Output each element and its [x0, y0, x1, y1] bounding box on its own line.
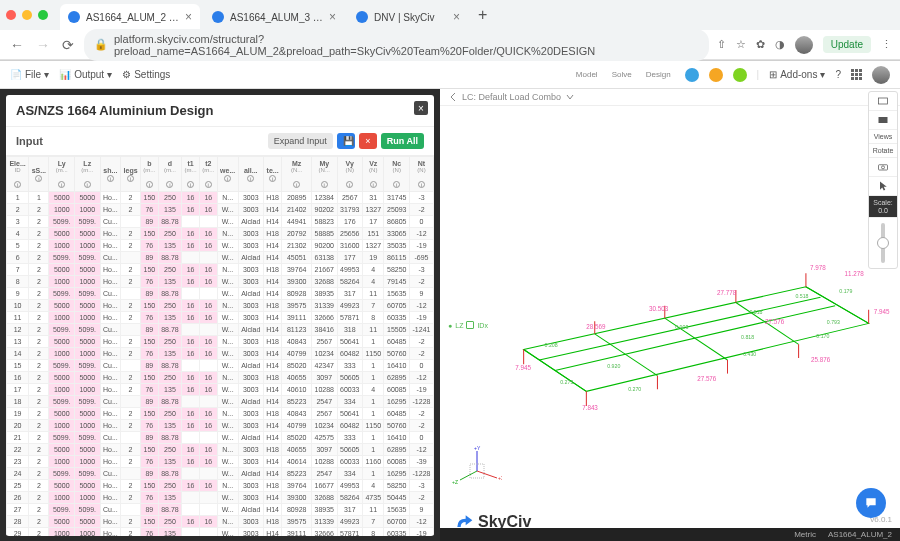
- table-cell[interactable]: 334: [337, 468, 363, 480]
- table-cell[interactable]: Alclad: [238, 324, 263, 336]
- table-cell[interactable]: 2: [121, 492, 141, 504]
- table-cell[interactable]: 88.78: [158, 504, 182, 516]
- table-cell[interactable]: -19: [409, 528, 433, 537]
- table-cell[interactable]: H14: [263, 420, 282, 432]
- table-cell[interactable]: Ho...: [100, 372, 121, 384]
- table-cell[interactable]: Ho...: [100, 228, 121, 240]
- table-cell[interactable]: -695: [409, 252, 433, 264]
- table-cell[interactable]: 1: [363, 432, 384, 444]
- table-cell[interactable]: 88.78: [158, 288, 182, 300]
- new-tab-button[interactable]: +: [472, 6, 493, 24]
- table-cell[interactable]: H14: [263, 492, 282, 504]
- table-cell[interactable]: 1: [363, 360, 384, 372]
- table-cell[interactable]: 1000: [49, 312, 75, 324]
- table-cell[interactable]: 19: [363, 252, 384, 264]
- table-row[interactable]: 2725099.5099.Cu...8988.78W...AlcladH1480…: [7, 504, 434, 516]
- table-cell[interactable]: 8: [363, 528, 384, 537]
- table-cell[interactable]: 80928: [282, 504, 312, 516]
- table-cell[interactable]: -3: [409, 192, 433, 204]
- table-cell[interactable]: 1: [363, 396, 384, 408]
- table-cell[interactable]: [182, 504, 200, 516]
- table-cell[interactable]: 89: [140, 288, 158, 300]
- table-cell[interactable]: -39: [409, 456, 433, 468]
- table-cell[interactable]: H14: [263, 456, 282, 468]
- table-cell[interactable]: N...: [217, 336, 238, 348]
- table-cell[interactable]: [182, 216, 200, 228]
- table-cell[interactable]: 2: [29, 300, 49, 312]
- tool-camera[interactable]: [869, 158, 897, 177]
- table-cell[interactable]: [199, 468, 217, 480]
- table-cell[interactable]: 88.78: [158, 360, 182, 372]
- table-cell[interactable]: W...: [217, 492, 238, 504]
- table-cell[interactable]: -12: [409, 516, 433, 528]
- table-cell[interactable]: 2: [121, 228, 141, 240]
- table-cell[interactable]: Cu...: [100, 396, 121, 408]
- table-cell[interactable]: 17: [7, 384, 29, 396]
- table-cell[interactable]: -12: [409, 300, 433, 312]
- table-cell[interactable]: 76: [140, 348, 158, 360]
- save-button[interactable]: 💾: [337, 133, 355, 149]
- table-cell[interactable]: H14: [263, 384, 282, 396]
- table-cell[interactable]: 60085: [384, 384, 410, 396]
- table-cell[interactable]: 60335: [384, 312, 410, 324]
- table-cell[interactable]: 318: [337, 324, 363, 336]
- table-cell[interactable]: 2: [121, 444, 141, 456]
- table-cell[interactable]: 85020: [282, 432, 312, 444]
- table-cell[interactable]: 5099.: [49, 360, 75, 372]
- table-row[interactable]: 925099.5099.Cu...8988.78W...AlcladH14809…: [7, 288, 434, 300]
- table-cell[interactable]: 2: [121, 456, 141, 468]
- table-cell[interactable]: 5099.: [75, 396, 101, 408]
- table-cell[interactable]: 4735: [363, 492, 384, 504]
- table-cell[interactable]: 5000: [49, 408, 75, 420]
- output-menu[interactable]: 📊 Output ▾: [59, 69, 112, 80]
- table-row[interactable]: 16250005000Ho...21502501616N...3003H1840…: [7, 372, 434, 384]
- table-cell[interactable]: Ho...: [100, 480, 121, 492]
- table-cell[interactable]: [182, 432, 200, 444]
- table-cell[interactable]: 20895: [282, 192, 312, 204]
- table-cell[interactable]: 2: [29, 396, 49, 408]
- table-cell[interactable]: 5000: [75, 480, 101, 492]
- table-cell[interactable]: 11: [363, 288, 384, 300]
- table-cell[interactable]: 16: [182, 276, 200, 288]
- table-cell[interactable]: 25656: [337, 228, 363, 240]
- table-cell[interactable]: W...: [217, 324, 238, 336]
- table-cell[interactable]: 16295: [384, 468, 410, 480]
- table-cell[interactable]: [199, 396, 217, 408]
- table-cell[interactable]: 21: [7, 432, 29, 444]
- table-cell[interactable]: [199, 324, 217, 336]
- table-cell[interactable]: 27: [7, 504, 29, 516]
- table-cell[interactable]: 317: [337, 288, 363, 300]
- table-row[interactable]: 13250005000Ho...21502501616N...3003H1840…: [7, 336, 434, 348]
- table-cell[interactable]: 31600: [337, 240, 363, 252]
- table-cell[interactable]: 2: [29, 312, 49, 324]
- table-cell[interactable]: 5099.: [49, 288, 75, 300]
- table-cell[interactable]: 250: [158, 480, 182, 492]
- table-cell[interactable]: 1000: [75, 384, 101, 396]
- chat-button[interactable]: [856, 488, 886, 518]
- table-cell[interactable]: 250: [158, 228, 182, 240]
- table-cell[interactable]: 90202: [311, 204, 337, 216]
- table-cell[interactable]: N...: [217, 480, 238, 492]
- table-cell[interactable]: 3003: [238, 264, 263, 276]
- table-cell[interactable]: 76: [140, 420, 158, 432]
- table-row[interactable]: 2210001000Ho...2761351616W...3003H142140…: [7, 204, 434, 216]
- table-cell[interactable]: 9: [7, 288, 29, 300]
- table-cell[interactable]: 9: [409, 288, 433, 300]
- table-cell[interactable]: 5099.: [75, 324, 101, 336]
- table-cell[interactable]: 135: [158, 384, 182, 396]
- table-cell[interactable]: 21402: [282, 204, 312, 216]
- table-cell[interactable]: 89: [140, 216, 158, 228]
- table-cell[interactable]: -2: [409, 408, 433, 420]
- panel-close-button[interactable]: ×: [414, 101, 428, 115]
- table-cell[interactable]: 2: [29, 456, 49, 468]
- table-row[interactable]: 28250005000Ho...21502501616N...3003H1839…: [7, 516, 434, 528]
- table-cell[interactable]: 40843: [282, 336, 312, 348]
- table-cell[interactable]: 16: [199, 384, 217, 396]
- table-cell[interactable]: 5000: [75, 300, 101, 312]
- table-cell[interactable]: 1150: [363, 420, 384, 432]
- extension-icon[interactable]: ◑: [775, 38, 785, 51]
- table-cell[interactable]: 76: [140, 384, 158, 396]
- table-cell[interactable]: 16: [182, 384, 200, 396]
- table-cell[interactable]: 2: [121, 264, 141, 276]
- table-cell[interactable]: 2567: [337, 192, 363, 204]
